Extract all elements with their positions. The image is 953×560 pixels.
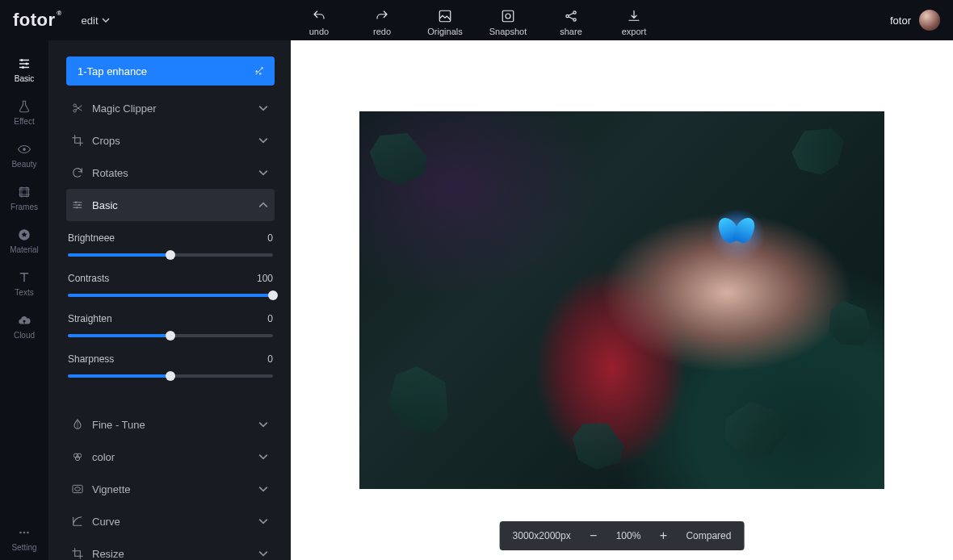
snapshot-label: Snapshot bbox=[489, 27, 527, 36]
redo-label: redo bbox=[373, 27, 391, 36]
canvas-dimensions: 3000x2000px bbox=[513, 530, 571, 541]
chevron-down-icon bbox=[258, 549, 268, 558]
contrasts-track[interactable] bbox=[68, 294, 273, 297]
svg-point-4 bbox=[573, 11, 576, 14]
rail-beauty[interactable]: Beauty bbox=[0, 134, 48, 177]
color-label: color bbox=[92, 451, 115, 463]
originals-button[interactable]: Originals bbox=[425, 9, 465, 36]
curve-label: Curve bbox=[92, 516, 120, 528]
share-label: share bbox=[560, 27, 582, 36]
color-icon bbox=[71, 450, 84, 463]
svg-point-15 bbox=[73, 104, 76, 107]
svg-rect-1 bbox=[502, 10, 514, 22]
chevron-down-icon bbox=[102, 16, 110, 24]
one-tap-enhance-button[interactable]: 1-Tap enhance bbox=[66, 56, 275, 86]
snapshot-button[interactable]: Snapshot bbox=[488, 9, 528, 36]
straighten-value: 0 bbox=[267, 313, 273, 324]
undo-button[interactable]: undo bbox=[299, 9, 339, 36]
svg-rect-0 bbox=[439, 10, 451, 22]
row-fine-tune[interactable]: Fine - Tune bbox=[66, 408, 275, 441]
slider-straighten[interactable]: Straighten0 bbox=[68, 313, 273, 337]
straighten-label: Straighten bbox=[68, 313, 112, 324]
butterfly bbox=[716, 217, 757, 249]
image-icon bbox=[438, 9, 452, 23]
brightness-track[interactable] bbox=[68, 253, 273, 257]
row-color[interactable]: color bbox=[66, 441, 275, 473]
rail-frames[interactable]: Frames bbox=[0, 177, 48, 219]
row-resize[interactable]: Resize bbox=[66, 537, 275, 560]
rail-effect-label: Effect bbox=[14, 117, 34, 126]
export-button[interactable]: export bbox=[614, 9, 654, 36]
mode-dropdown[interactable]: edit bbox=[82, 15, 110, 27]
avatar[interactable] bbox=[919, 10, 940, 31]
download-icon bbox=[627, 9, 641, 23]
crops-label: Crops bbox=[92, 135, 120, 147]
star-circle-icon bbox=[17, 228, 31, 242]
svg-point-14 bbox=[27, 532, 29, 534]
artboard[interactable] bbox=[359, 111, 884, 489]
chevron-down-icon bbox=[258, 484, 268, 494]
svg-point-18 bbox=[78, 204, 80, 206]
undo-icon bbox=[312, 9, 326, 23]
rail-material[interactable]: Material bbox=[0, 219, 48, 262]
curve-icon bbox=[71, 515, 84, 528]
enhance-label: 1-Tap enhance bbox=[78, 65, 147, 77]
compared-button[interactable]: Compared bbox=[686, 530, 731, 541]
mode-label: edit bbox=[82, 15, 99, 27]
row-basic[interactable]: Basic bbox=[66, 189, 275, 221]
tools-panel: 1-Tap enhance Magic Clipper Crops Rotate… bbox=[48, 40, 291, 560]
svg-rect-10 bbox=[20, 188, 29, 197]
zoom-level: 100% bbox=[616, 530, 641, 541]
slider-contrasts[interactable]: Contrasts100 bbox=[68, 273, 273, 297]
chevron-down-icon bbox=[258, 516, 268, 526]
brightness-label: Brightneee bbox=[68, 232, 115, 244]
user-area[interactable]: fotor bbox=[890, 10, 940, 31]
crop-icon bbox=[71, 134, 84, 147]
row-crops[interactable]: Crops bbox=[66, 124, 275, 157]
row-curve[interactable]: Curve bbox=[66, 505, 275, 537]
share-button[interactable]: share bbox=[551, 9, 591, 36]
rail-beauty-label: Beauty bbox=[11, 160, 36, 169]
top-actions: undo redo Originals Snapshot share expor… bbox=[299, 4, 654, 36]
rail-setting[interactable]: Setting bbox=[0, 517, 48, 560]
canvas-area: 3000x2000px − 100% + Compared bbox=[291, 40, 953, 560]
sliders-icon bbox=[17, 56, 31, 71]
svg-point-6 bbox=[21, 59, 23, 61]
row-magic-clipper[interactable]: Magic Clipper bbox=[66, 92, 275, 124]
svg-point-24 bbox=[75, 487, 81, 491]
brightness-value: 0 bbox=[267, 232, 273, 244]
originals-label: Originals bbox=[427, 27, 462, 36]
zoom-in-button[interactable]: + bbox=[655, 528, 671, 544]
zoom-out-button[interactable]: − bbox=[586, 528, 602, 544]
rail-setting-label: Setting bbox=[11, 543, 36, 552]
sliders-icon bbox=[71, 199, 84, 211]
droplet-icon bbox=[71, 418, 84, 431]
fine-tune-label: Fine - Tune bbox=[92, 419, 145, 431]
left-rail: Basic Effect Beauty Frames Material Text… bbox=[0, 40, 48, 560]
chevron-down-icon bbox=[258, 452, 268, 462]
svg-point-16 bbox=[73, 110, 76, 112]
slider-brightness[interactable]: Brightneee0 bbox=[68, 232, 273, 257]
rail-texts[interactable]: Texts bbox=[0, 262, 48, 305]
sharpness-value: 0 bbox=[267, 353, 273, 365]
vignette-icon bbox=[71, 483, 84, 495]
rail-basic[interactable]: Basic bbox=[0, 48, 48, 91]
svg-point-12 bbox=[19, 532, 22, 534]
straighten-track[interactable] bbox=[68, 334, 273, 337]
cloud-up-icon bbox=[17, 313, 31, 328]
more-icon bbox=[17, 525, 31, 540]
row-rotates[interactable]: Rotates bbox=[66, 157, 275, 189]
row-vignette[interactable]: Vignette bbox=[66, 473, 275, 505]
app-logo: fotor® bbox=[13, 10, 62, 31]
redo-button[interactable]: redo bbox=[362, 9, 402, 36]
chevron-down-icon bbox=[258, 136, 268, 145]
camera-icon bbox=[501, 9, 515, 23]
sharpness-track[interactable] bbox=[68, 374, 273, 378]
rail-effect[interactable]: Effect bbox=[0, 91, 48, 134]
svg-point-19 bbox=[76, 207, 78, 208]
resize-icon bbox=[71, 547, 84, 560]
rail-cloud[interactable]: Cloud bbox=[0, 305, 48, 348]
slider-sharpness[interactable]: Sharpness0 bbox=[68, 353, 273, 378]
contrasts-value: 100 bbox=[257, 273, 273, 284]
scissors-icon bbox=[71, 102, 84, 115]
